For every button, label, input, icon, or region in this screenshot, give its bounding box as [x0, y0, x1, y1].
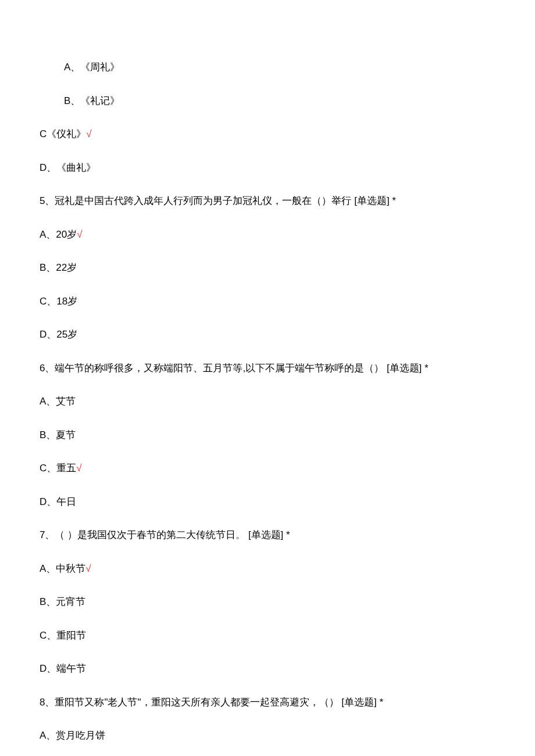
document-content: A、《周礼》 B、《礼记》 C《仪礼》√ D、《曲礼》 5、冠礼是中国古代跨入成… [0, 0, 535, 740]
option-text: C、18岁 [40, 296, 500, 306]
option-text: A、赏月吃月饼 [40, 730, 500, 740]
option-text: D、《曲礼》 [40, 163, 500, 173]
option-text: C、重阳节 [40, 630, 500, 640]
option-label: C、重五 [40, 463, 76, 474]
option-text: D、午日 [40, 497, 500, 507]
option-label: A、20岁 [40, 229, 77, 240]
question-text: 5、冠礼是中国古代跨入成年人行列而为男子加冠礼仪，一般在（）举行 [单选题] * [40, 196, 500, 206]
correct-mark-icon: √ [85, 563, 91, 574]
option-text: B、元宵节 [40, 597, 500, 607]
option-text: B、《礼记》 [40, 96, 500, 106]
correct-mark-icon: √ [77, 229, 82, 240]
option-text: D、端午节 [40, 664, 500, 673]
option-text: A、《周礼》 [40, 62, 500, 72]
option-label: C《仪礼》 [40, 128, 86, 139]
correct-mark-icon: √ [76, 463, 81, 474]
option-text-correct: C《仪礼》√ [40, 129, 500, 139]
correct-mark-icon: √ [86, 128, 91, 139]
option-text-correct: A、20岁√ [40, 230, 500, 239]
question-text: 6、端午节的称呼很多，又称端阳节、五月节等,以下不属于端午节称呼的是（） [单选… [40, 363, 500, 373]
option-text: A、艾节 [40, 396, 500, 406]
question-text: 7、（ ）是我国仅次于春节的第二大传统节日。 [单选题] * [40, 530, 500, 540]
option-text: D、25岁 [40, 329, 500, 339]
question-text: 8、重阳节又称"老人节"，重阳这天所有亲人都要一起登高避灾，（） [单选题] * [40, 697, 500, 707]
option-text-correct: A、中秋节√ [40, 564, 500, 574]
option-text: B、22岁 [40, 263, 500, 273]
option-text: B、夏节 [40, 430, 500, 440]
option-text-correct: C、重五√ [40, 463, 500, 473]
option-label: A、中秋节 [40, 563, 85, 574]
